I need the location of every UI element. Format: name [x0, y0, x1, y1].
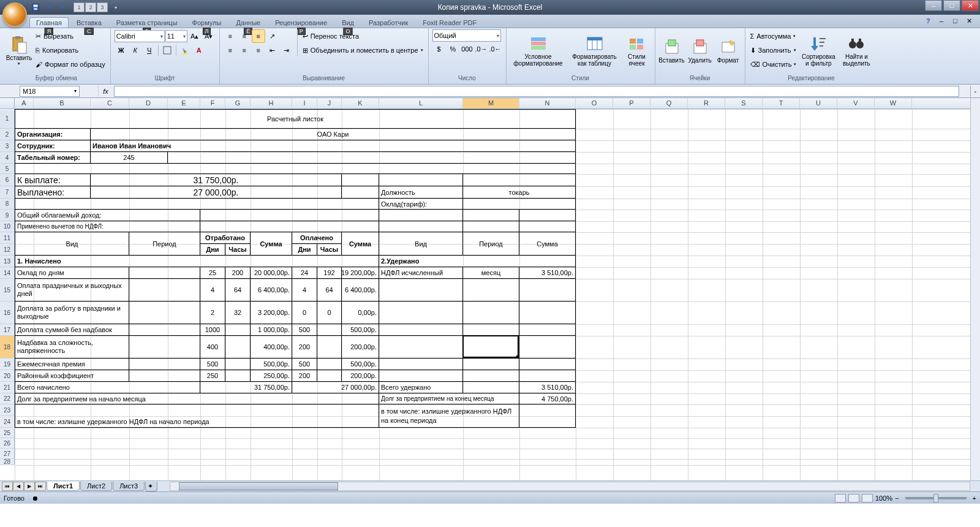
cell-I16[interactable]: 0	[292, 301, 317, 324]
fill-color-button[interactable]	[178, 44, 192, 57]
cell-I21[interactable]: 27 000,00р.	[292, 382, 379, 393]
col-header-A[interactable]: A	[15, 98, 34, 108]
col-header-B[interactable]: B	[34, 98, 91, 108]
row-header-1[interactable]: 1	[0, 109, 15, 129]
formula-expand-button[interactable]: ⌄	[970, 86, 980, 97]
border-button[interactable]	[160, 44, 174, 57]
col-header-D[interactable]: D	[129, 98, 168, 108]
format-cells-button[interactable]: Формат	[715, 29, 741, 71]
cell-K11[interactable]: Сумма	[342, 232, 379, 256]
cell-L7[interactable]: Должность	[379, 186, 463, 199]
row-header-25[interactable]: 25	[0, 428, 15, 438]
zoom-slider[interactable]	[905, 497, 967, 499]
cell-H14[interactable]: 20 000,00р.	[251, 267, 292, 279]
row-header-9[interactable]: 9	[0, 210, 15, 221]
shrink-font-button[interactable]: A▾	[202, 29, 216, 43]
col-header-F[interactable]: F	[200, 98, 225, 108]
cell-H16[interactable]: 3 200,00р.	[251, 301, 292, 324]
col-header-P[interactable]: P	[613, 98, 650, 108]
cell-C7[interactable]: 27 000,00р.	[91, 186, 342, 199]
cell-N21[interactable]: 3 510,00р.	[519, 382, 576, 393]
format-as-table-button[interactable]: Форматировать как таблицу	[569, 29, 620, 71]
cell-D20[interactable]	[129, 370, 200, 382]
cell-I20[interactable]: 200	[292, 370, 317, 382]
cell-A7[interactable]: Выплачено:	[15, 186, 91, 199]
sheet-nav-next[interactable]: ▶	[24, 482, 35, 491]
cell-J20[interactable]	[317, 370, 342, 382]
help-icon[interactable]: ?	[926, 17, 936, 27]
close-workbook-icon[interactable]: ✕	[967, 17, 976, 27]
row-header-24[interactable]: 24	[0, 416, 15, 428]
cell-A9[interactable]: Общий облагаемый доход:	[15, 210, 200, 221]
cell-M14[interactable]: месяц	[463, 267, 519, 279]
cell-J19[interactable]	[317, 358, 342, 370]
sheet-tab-1[interactable]: Лист1	[47, 482, 80, 491]
row-header-3[interactable]: 3	[0, 140, 15, 152]
cell-L19[interactable]	[379, 358, 463, 370]
row-header-6[interactable]: 6	[0, 174, 15, 186]
cell-F11[interactable]: Отработано	[200, 232, 251, 244]
cell-A15[interactable]: Оплата праздничных и выходных дней	[15, 279, 129, 301]
undo-icon[interactable]	[43, 1, 55, 13]
cell-A8[interactable]	[15, 199, 379, 210]
cell-A20[interactable]: Районный коэффициент	[15, 370, 129, 382]
cell-L14[interactable]: НДФЛ исчисленный	[379, 267, 463, 279]
qat-customize-icon[interactable]: ▾	[110, 1, 122, 13]
col-header-N[interactable]: N	[519, 98, 576, 108]
font-color-button[interactable]: A	[192, 44, 206, 57]
find-select-button[interactable]: Найти и выделить	[839, 29, 873, 71]
cell-N10[interactable]	[519, 221, 576, 232]
cell-L16[interactable]	[379, 301, 463, 324]
macro-record-icon[interactable]: ⏺	[32, 495, 39, 502]
increase-indent-button[interactable]: ⇥	[280, 44, 293, 57]
cell-I12[interactable]: Дни	[292, 244, 317, 256]
row-header-4[interactable]: 4	[0, 152, 15, 164]
cell-C4[interactable]: 245	[91, 152, 168, 164]
office-button[interactable]	[2, 2, 27, 27]
cell-N17[interactable]	[519, 324, 576, 336]
cell-F17[interactable]: 1000	[200, 324, 225, 336]
cell-C6[interactable]: 31 750,00р.	[91, 174, 342, 186]
cell-L11[interactable]: Вид	[379, 232, 463, 256]
font-name-combo[interactable]: Calibri▾	[115, 30, 165, 42]
clear-button[interactable]: ⌫Очистить▾	[749, 58, 798, 71]
qat-doc-3[interactable]: 3	[97, 2, 108, 12]
ribbon-tab-Foxit Reader PDF[interactable]: Foxit Reader PDF	[416, 17, 483, 28]
cell-J15[interactable]: 64	[317, 279, 342, 301]
ribbon-tab-Главная[interactable]: ГлавнаяЯ	[29, 17, 69, 28]
cell-G17[interactable]	[225, 324, 251, 336]
row-header-16[interactable]: 16	[0, 301, 15, 324]
cell-L15[interactable]	[379, 279, 463, 301]
cell-L17[interactable]	[379, 324, 463, 336]
cell-A17[interactable]: Доплата суммой без надбавок	[15, 324, 129, 336]
cell-L23[interactable]: в том числе: излишне удержанного НДФЛ на…	[379, 404, 519, 428]
cell-G12[interactable]: Часы	[225, 244, 251, 256]
cell-L18[interactable]	[379, 336, 463, 358]
page-layout-view-button[interactable]	[848, 494, 859, 502]
row-header-23[interactable]: 23	[0, 404, 15, 416]
cell-I17[interactable]: 500	[292, 324, 317, 336]
redo-icon[interactable]	[56, 1, 69, 13]
minimize-ribbon-icon[interactable]: –	[940, 17, 949, 27]
bold-button[interactable]: Ж	[115, 44, 128, 57]
col-header-Q[interactable]: Q	[650, 98, 688, 108]
cell-N15[interactable]	[519, 279, 576, 301]
name-box[interactable]: M18▾	[20, 86, 80, 97]
maximize-button[interactable]: □	[943, 0, 960, 11]
cell-D14[interactable]	[129, 267, 200, 279]
col-header-V[interactable]: V	[837, 98, 875, 108]
col-header-W[interactable]: W	[875, 98, 912, 108]
fx-button[interactable]: fx	[98, 86, 113, 97]
cell-F18[interactable]: 400	[200, 336, 225, 358]
cell-C2[interactable]: ОАО Кари	[91, 129, 576, 140]
cell-J18[interactable]	[317, 336, 342, 358]
cell-K15[interactable]: 6 400,00р.	[342, 279, 379, 301]
ribbon-tab-Вставка[interactable]: ВставкаС	[70, 17, 108, 28]
row-header-5[interactable]: 5	[0, 164, 15, 174]
select-all-corner[interactable]	[0, 98, 15, 108]
cell-N22[interactable]: 4 750,00р.	[519, 393, 576, 404]
spreadsheet-grid[interactable]: ABCDEFGHIJKLMNOPQRSTUVW 1234567891011121…	[0, 98, 980, 480]
cell-A24[interactable]: в том числе: излишне удержанного НДФЛ на…	[15, 416, 379, 428]
minimize-button[interactable]: –	[925, 0, 942, 11]
col-header-U[interactable]: U	[800, 98, 837, 108]
